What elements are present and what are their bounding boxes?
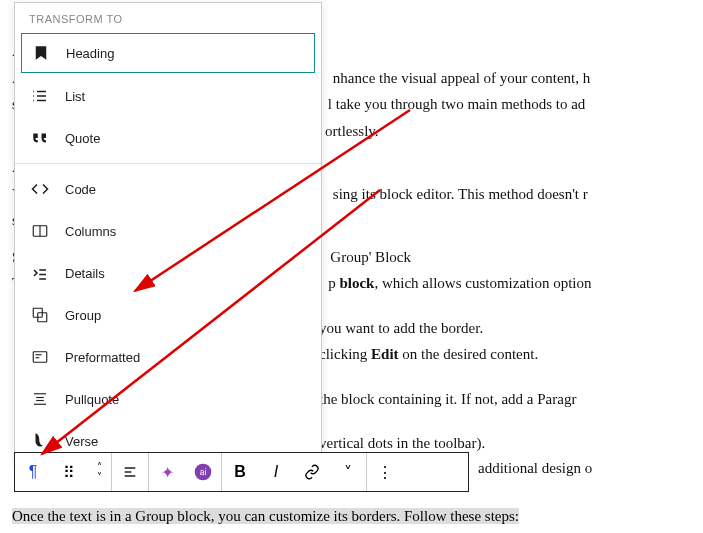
menu-item-quote[interactable]: Quote xyxy=(15,117,321,159)
menu-label: List xyxy=(65,89,85,104)
menu-label: Pullquote xyxy=(65,392,119,407)
align-icon[interactable] xyxy=(112,453,148,491)
ai-circle-icon[interactable]: ai xyxy=(185,453,221,491)
block-toolbar: ¶ ⠿ ˄˅ ✦ ai B I ˅ ⋮ xyxy=(14,452,469,492)
code-icon xyxy=(29,178,51,200)
menu-item-code[interactable]: Code xyxy=(15,168,321,210)
menu-label: Columns xyxy=(65,224,116,239)
menu-item-details[interactable]: Details xyxy=(15,252,321,294)
menu-item-heading[interactable]: Heading xyxy=(21,33,315,73)
menu-label: Verse xyxy=(65,434,98,449)
transform-to-menu: TRANSFORM TO Heading List Quote Code Col… xyxy=(14,2,322,463)
menu-label: Group xyxy=(65,308,101,323)
verse-icon xyxy=(29,430,51,452)
menu-label: Preformatted xyxy=(65,350,140,365)
ai-sparkle-icon[interactable]: ✦ xyxy=(149,453,185,491)
group-icon xyxy=(29,304,51,326)
menu-item-columns[interactable]: Columns xyxy=(15,210,321,252)
pullquote-icon xyxy=(29,388,51,410)
menu-item-preformatted[interactable]: Preformatted xyxy=(15,336,321,378)
drag-handle-icon[interactable]: ⠿ xyxy=(51,453,87,491)
move-arrows-icon[interactable]: ˄˅ xyxy=(87,453,111,491)
details-icon xyxy=(29,262,51,284)
menu-item-pullquote[interactable]: Pullquote xyxy=(15,378,321,420)
bookmark-icon xyxy=(30,42,52,64)
quote-icon xyxy=(29,127,51,149)
italic-button[interactable]: I xyxy=(258,453,294,491)
menu-label: Details xyxy=(65,266,105,281)
bottom-paragraph: Once the text is in a Group block, you c… xyxy=(12,508,519,525)
additional-text: additional design o xyxy=(478,460,592,477)
bold-button[interactable]: B xyxy=(222,453,258,491)
menu-label: Heading xyxy=(66,46,114,61)
menu-item-list[interactable]: List xyxy=(15,75,321,117)
menu-separator xyxy=(15,163,321,164)
options-button[interactable]: ⋮ xyxy=(367,453,403,491)
chevron-down-icon[interactable]: ˅ xyxy=(330,453,366,491)
svg-text:ai: ai xyxy=(200,467,207,477)
menu-label: Quote xyxy=(65,131,100,146)
columns-icon xyxy=(29,220,51,242)
menu-label: Code xyxy=(65,182,96,197)
svg-rect-13 xyxy=(33,352,47,363)
paragraph-icon[interactable]: ¶ xyxy=(15,453,51,491)
link-button[interactable] xyxy=(294,453,330,491)
menu-title: TRANSFORM TO xyxy=(15,3,321,31)
preformatted-icon xyxy=(29,346,51,368)
menu-item-group[interactable]: Group xyxy=(15,294,321,336)
list-icon xyxy=(29,85,51,107)
